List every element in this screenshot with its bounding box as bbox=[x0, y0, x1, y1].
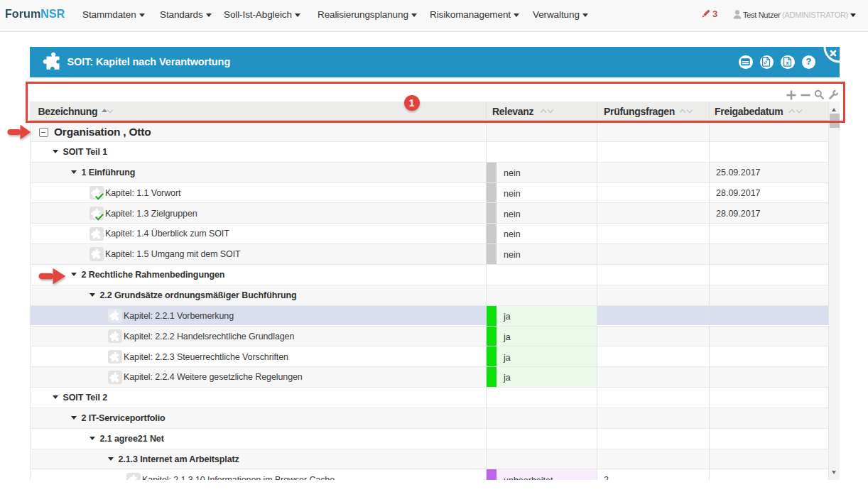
svg-text:x: x bbox=[786, 60, 789, 66]
